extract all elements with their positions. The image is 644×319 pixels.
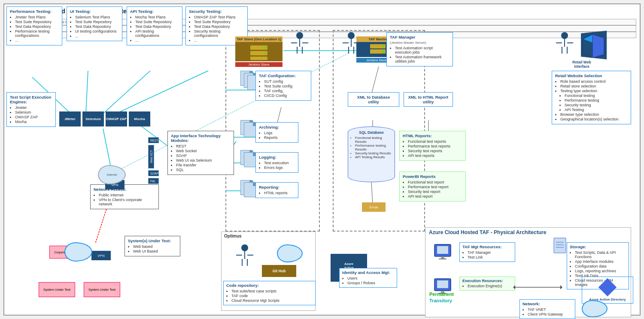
svg-point-28 bbox=[264, 47, 266, 48]
perf-testing-header: Performance Testing: bbox=[10, 9, 59, 14]
xml-html-box: XML to HTML Report utility bbox=[404, 92, 453, 107]
identity-access-box: Identity and Access Mgt: Users Groups / … bbox=[339, 268, 397, 288]
identity-access-header: Identity and Access Mgt: bbox=[342, 270, 394, 275]
retail-web-interface-label: Retail Web Interface bbox=[565, 60, 599, 69]
retail-cube bbox=[581, 31, 607, 60]
taf-manager-box: TAF Manager (Jenkins Master Server) Test… bbox=[386, 32, 453, 66]
reporting-list: HTML reports bbox=[259, 191, 295, 195]
github-box: Git Hub bbox=[262, 265, 296, 277]
engine-boxes-group: JMeter Selenium OWASP ZAP Mocha bbox=[59, 111, 150, 126]
sql-database-title: SQL Database bbox=[359, 130, 383, 135]
html-reports-list: Functional test reports Performance test… bbox=[403, 139, 462, 158]
archiving-box: Archiving: Logs Reports bbox=[255, 122, 298, 143]
person-head-optimus bbox=[241, 244, 248, 251]
taf-mgt-resources-box: TAF Mgt Resources: TAF Manager Test Link bbox=[459, 242, 515, 262]
taf-manager-sub: (Jenkins Master Server) bbox=[390, 41, 450, 45]
server-row-file: File bbox=[148, 178, 159, 184]
reporting-header: Reporting: bbox=[259, 185, 295, 190]
email-box: Email bbox=[362, 202, 386, 212]
html-reports-header: HTML Reports: bbox=[403, 133, 462, 138]
main-container: Azure Cloud Hosted TAF - Logical Archite… bbox=[3, 3, 641, 316]
logging-doc-2 bbox=[244, 152, 257, 167]
xml-html-label: XML to HTML Report utility bbox=[407, 95, 450, 104]
taf-mgt-list: TAF Manager Test Link bbox=[462, 250, 512, 259]
api-testing-header: API Testing: bbox=[130, 9, 179, 14]
server-row-soap: SOAP bbox=[148, 170, 159, 176]
svg-rect-39 bbox=[441, 256, 444, 259]
optimus-title: Optimus bbox=[222, 232, 315, 240]
network-access-list: Public Internet VPN to Client's corporat… bbox=[94, 193, 155, 206]
owasp-engine: OWASP ZAP bbox=[106, 111, 127, 126]
api-testing-list: Mocha Test Plans Test Suite Repository T… bbox=[130, 15, 179, 42]
person-icon-retail bbox=[556, 32, 573, 54]
reporting-box: Reporting: HTML reports bbox=[255, 182, 298, 198]
monitor-taf-mgt bbox=[434, 244, 453, 262]
app-interface-box: App Interface Technology Modules: REST W… bbox=[167, 131, 234, 175]
person-icon-slave bbox=[291, 32, 308, 54]
ui-testing-list: Selenium Test Plans Test Suite Repositor… bbox=[70, 15, 119, 38]
server-row-rest: REST bbox=[148, 137, 159, 143]
logging-box: Logging: Test execution Errors logs bbox=[255, 152, 298, 173]
physical-title: Azure Cloud Hosted TAF - Physical Archit… bbox=[425, 228, 631, 237]
svg-point-33 bbox=[383, 51, 384, 52]
powerbi-reports-box: PowerBI Reports Functional test report P… bbox=[399, 172, 466, 202]
github-label: Git Hub bbox=[273, 269, 286, 273]
server-row-websct: Web SCT bbox=[148, 145, 154, 169]
permanent-label: Permanent bbox=[429, 292, 454, 297]
svg-line-2 bbox=[103, 71, 150, 114]
mocha-engine: Mocha bbox=[129, 111, 150, 126]
network-phys-list: TAF VNET Client VPN Gateway bbox=[522, 307, 572, 316]
taf-mgt-header: TAF Mgt Resources: bbox=[462, 244, 512, 249]
sql-database-cylinder: SQL Database Functional testing Results … bbox=[348, 126, 395, 182]
svg-point-29 bbox=[264, 52, 266, 54]
retail-website-selection-box: Retail Website Selection Role based acce… bbox=[552, 71, 631, 124]
selenium-engine: Selenium bbox=[82, 111, 104, 126]
vpn2-label: VPN bbox=[97, 254, 104, 258]
svg-marker-50 bbox=[513, 285, 515, 289]
svg-rect-38 bbox=[437, 246, 448, 254]
archiving-list: Logs Reports bbox=[259, 131, 295, 140]
network-header-phys: Network: bbox=[522, 301, 572, 306]
taf-slave-box: TAF Slave (Geo Location 1) Jenkins Slave bbox=[235, 36, 283, 64]
jmeter-engine: JMeter bbox=[59, 111, 81, 126]
vpn-box2: VPN bbox=[91, 251, 111, 260]
execution-resources-header: Execution Resources: bbox=[462, 279, 512, 283]
jenkins-slave-label: Jenkins Slave bbox=[235, 62, 283, 67]
sut2-label: System Under Test bbox=[88, 288, 115, 292]
api-testing-box: API Testing: Mocha Test Plans Test Suite… bbox=[127, 6, 182, 45]
person-icon-optimus bbox=[236, 244, 253, 266]
app-interface-header: App Interface Technology Modules: bbox=[171, 133, 231, 143]
test-script-engines-header: Test Script Execution Engines: bbox=[10, 95, 52, 104]
engines-list: Jmeter Selenium OWASP ZAP Mocha bbox=[10, 105, 52, 124]
network-box-phys: Network: TAF VNET Client VPN Gateway bbox=[519, 299, 575, 319]
cloud-azure bbox=[64, 242, 92, 262]
code-repo-header: Code repository: bbox=[226, 283, 313, 288]
app-interface-list: REST Web Socket SOAP Web UI via Selenium… bbox=[171, 144, 231, 172]
logging-header: Logging: bbox=[259, 155, 295, 160]
taf-config-list: SUT config Test Suite config TAF config,… bbox=[259, 79, 308, 98]
perf-testing-box: Performance Testing: Jmeter Test Plans T… bbox=[6, 6, 62, 45]
sql-database-list: Functional testing Results Performance t… bbox=[350, 136, 393, 159]
archiving-doc-2 bbox=[244, 122, 257, 137]
phys-arrows bbox=[513, 279, 565, 296]
taf-manager-header: TAF Manager bbox=[390, 35, 450, 39]
sut-box-1: System Under Test bbox=[39, 282, 75, 297]
svg-rect-27 bbox=[250, 57, 267, 60]
transitory-label: Transitory bbox=[429, 298, 452, 303]
xml-db-label: XML to Database utility bbox=[351, 95, 396, 104]
sut-box-2: System Under Test bbox=[84, 282, 120, 297]
storage-doc-icon bbox=[553, 237, 568, 255]
xml-db-box: XML to Database utility bbox=[348, 92, 399, 107]
taf-manager-list: Test Automation script execution jobs Te… bbox=[390, 46, 450, 63]
archiving-header: Archiving: bbox=[259, 125, 295, 129]
taf-slave-inner bbox=[235, 42, 283, 61]
taf-config-header: TAF Configuration: bbox=[259, 73, 308, 78]
azure-active-directory-phys: Azure Active Directory bbox=[582, 277, 633, 304]
retail-website-selection-list: Role based access control Retail store s… bbox=[555, 79, 628, 121]
svg-rect-41 bbox=[554, 238, 566, 253]
network-access-header: Network Access: bbox=[94, 187, 155, 192]
svg-rect-46 bbox=[437, 280, 448, 288]
powerbi-reports-header: PowerBI Reports bbox=[403, 174, 462, 179]
svg-line-3 bbox=[116, 71, 208, 114]
reporting-doc-2 bbox=[244, 182, 257, 197]
